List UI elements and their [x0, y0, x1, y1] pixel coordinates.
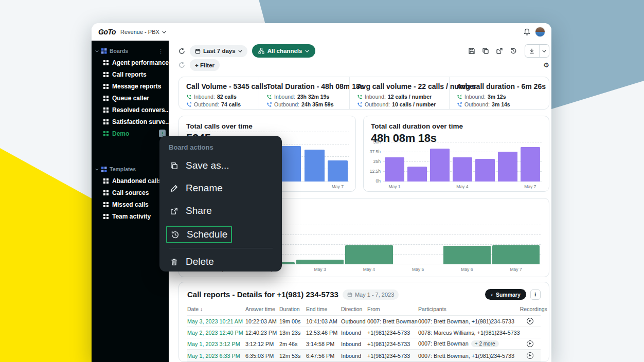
call-date-link[interactable]: May 1, 2023 3:12 PM	[187, 341, 245, 347]
add-filter-button[interactable]: + Filter	[190, 59, 220, 71]
gridline	[383, 142, 542, 142]
outbound-value: 3m 14s	[492, 101, 510, 107]
download-options-chevron-icon[interactable]	[539, 45, 549, 57]
sidebar-section-header[interactable]: Boards⋮	[92, 45, 169, 57]
more-participants-chip[interactable]: + 2 more	[471, 340, 499, 347]
sidebar-item-resolved-convers-[interactable]: Resolved convers...	[92, 104, 169, 116]
gridline	[383, 152, 542, 152]
outbound-value: 74 calls	[221, 101, 241, 107]
sidebar-item-message-reports[interactable]: Message reports	[92, 80, 169, 92]
stat-outbound-row: Outbound:24h 35m 59s	[266, 101, 342, 107]
chart-bar	[345, 245, 392, 264]
call-date-link[interactable]: May 1, 2023 6:33 PM	[187, 353, 245, 359]
chart-bar	[385, 157, 404, 182]
product-name: Revenue - PBX	[120, 29, 159, 35]
inbound-call-icon	[457, 94, 462, 100]
sidebar-item-missed-calls[interactable]: Missed calls	[92, 198, 169, 210]
menu-item-share[interactable]: Share	[168, 200, 274, 222]
goto-logo: GoTo	[98, 28, 116, 35]
end-time-cell: 3:14:58 PM	[306, 341, 341, 347]
table-date-range-chip[interactable]: May 1 - 7, 2023	[343, 289, 399, 300]
copy-icon	[169, 161, 179, 171]
participants-cell: 0007: Brett Bowman, +1(981)234-5733	[418, 318, 520, 324]
inbound-label: Inbound:	[365, 94, 386, 100]
copy-icon[interactable]	[482, 47, 489, 55]
column-header-date[interactable]: Date ↓	[187, 306, 245, 312]
sidebar-section-label: Boards	[110, 48, 154, 54]
dashboard-grid-icon	[103, 96, 109, 101]
refresh-icon-dim[interactable]	[178, 62, 185, 68]
recording-play-icon[interactable]	[527, 318, 533, 324]
sidebar-item-team-activity[interactable]: Team activity	[92, 210, 169, 222]
chevron-down-icon[interactable]	[95, 50, 99, 52]
sidebar-section-header[interactable]: Templates	[92, 164, 169, 175]
outbound-call-icon	[357, 102, 363, 107]
sidebar-item-call-sources[interactable]: Call sources	[92, 187, 169, 198]
sidebar-item-label: Abandoned calls	[112, 177, 162, 185]
sidebar-item-demo[interactable]: Demo⋮	[92, 128, 169, 139]
dashboard-grid-icon	[103, 131, 109, 136]
outbound-value: 10 calls / number	[392, 101, 436, 107]
duration-cell: 12m 53s	[279, 353, 306, 359]
sidebar: Boards⋮Agent performanceCall reportsMess…	[92, 41, 169, 362]
menu-item-schedule[interactable]: Schedule	[166, 226, 232, 243]
table-row: May 2, 2023 12:40 PM12:40:23 PM13m 23s12…	[187, 327, 541, 338]
from-cell: +1(981)234-5733	[367, 341, 418, 347]
table-kebab-icon[interactable]: ⋮	[530, 289, 541, 300]
user-avatar[interactable]	[535, 27, 545, 37]
gear-icon[interactable]: ⚙	[543, 62, 549, 68]
sidebar-item-queue-caller[interactable]: Queue caller	[92, 92, 169, 104]
menu-item-rename[interactable]: Rename	[168, 177, 274, 200]
stat-outbound-row: Outbound:3m 14s	[457, 101, 534, 107]
recording-play-icon[interactable]	[527, 340, 533, 347]
all-channels-button[interactable]: All channels	[252, 44, 316, 58]
table-title: Call reports - Details for +1(981) 234-5…	[187, 290, 338, 299]
download-icon[interactable]	[525, 45, 539, 57]
sidebar-sections: Boards⋮Agent performanceCall reportsMess…	[92, 45, 169, 222]
outbound-call-icon	[266, 102, 272, 107]
menu-item-delete[interactable]: Delete	[168, 250, 274, 273]
sidebar-item-abandoned-calls[interactable]: Abandoned calls	[92, 175, 169, 187]
chevron-down-icon	[238, 50, 242, 52]
recording-play-icon[interactable]	[527, 352, 533, 359]
answer-time-cell: 6:35:03 PM	[245, 353, 279, 359]
save-icon[interactable]	[468, 47, 475, 55]
chevron-down-icon[interactable]	[95, 168, 99, 171]
outbound-value: 24h 35m 59s	[301, 101, 333, 107]
table-header-row: Date ↓Answer timeDurationEnd timeDirecti…	[187, 304, 541, 316]
inbound-label: Inbound:	[274, 94, 295, 100]
duration-cell: 19m 00s	[279, 318, 306, 324]
chart-bar	[430, 149, 450, 182]
product-switcher[interactable]: Revenue - PBX	[120, 29, 166, 35]
chart-bar	[443, 246, 491, 264]
menu-item-save-as-[interactable]: Save as...	[168, 154, 274, 177]
sidebar-item-label: Message reports	[112, 83, 161, 90]
answer-time-cell: 12:40:23 PM	[245, 330, 279, 336]
answer-time-cell: 10:22:03 AM	[245, 318, 279, 324]
summary-button[interactable]: ‹ Summary	[485, 289, 526, 300]
sidebar-item-agent-performance[interactable]: Agent performance	[92, 57, 169, 68]
board-actions-menu-items: Save as...RenameShareScheduleDelete	[168, 154, 274, 273]
section-kebab-icon[interactable]: ⋮	[157, 48, 165, 54]
goto-logo-text: GoTo	[98, 28, 116, 36]
bell-icon[interactable]	[524, 28, 530, 35]
outbound-label: Outbound:	[464, 101, 490, 107]
dashboard-grid-icon	[103, 107, 109, 113]
date-range-button[interactable]: Last 7 days	[190, 45, 247, 57]
share-icon[interactable]	[496, 47, 503, 55]
call-date-link[interactable]: May 2, 2023 12:40 PM	[187, 330, 245, 336]
end-time-cell: 6:47:56 PM	[306, 353, 341, 359]
gridline	[186, 132, 349, 132]
stat-title: Avg call duration - 6m 26s	[457, 82, 534, 90]
call-reports-table-card: Call reports - Details for +1(981) 234-5…	[178, 282, 549, 362]
stat-title: Avg call volume - 22 calls / number	[357, 82, 442, 90]
refresh-icon[interactable]	[178, 48, 185, 55]
sidebar-item-satisfaction-surve-[interactable]: Satisfaction surve...	[92, 116, 169, 128]
inbound-label: Inbound:	[194, 94, 215, 100]
sidebar-item-label: Queue caller	[112, 95, 149, 102]
sidebar-item-call-reports[interactable]: Call reports	[92, 68, 169, 80]
stats-card: Call Volume - 5345 callsInbound:82 calls…	[178, 77, 549, 110]
call-date-link[interactable]: May 3, 2023 10:21 AM	[187, 318, 245, 324]
history-icon[interactable]	[510, 47, 517, 55]
recordings-cell	[520, 340, 541, 347]
